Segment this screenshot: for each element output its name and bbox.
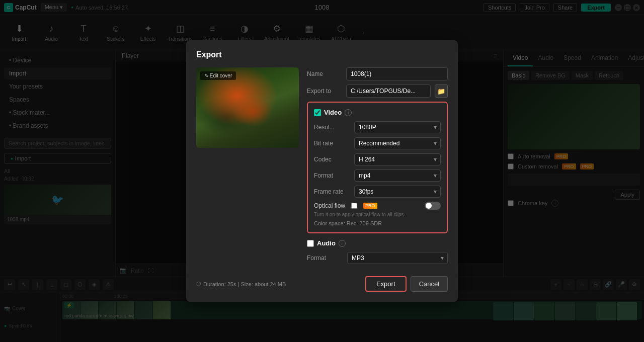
framerate-label: Frame rate xyxy=(314,188,354,195)
export-path-input[interactable] xyxy=(346,84,431,98)
audio-format-select[interactable]: MP3 AAC xyxy=(347,252,448,264)
audio-section-header: Audio i xyxy=(307,239,448,247)
codec-row: Codec H.264 H.265 xyxy=(314,153,441,165)
resolution-select[interactable]: 1080P 720P 4K xyxy=(354,121,441,133)
toggle-knob xyxy=(426,203,432,209)
codec-select-wrapper: H.264 H.265 xyxy=(354,153,441,165)
color-space-label: Color space: Rec. 709 SDR xyxy=(314,220,441,226)
framerate-row: Frame rate 30fps 24fps 60fps xyxy=(314,186,441,198)
video-enabled-checkbox[interactable] xyxy=(314,109,321,116)
video-info-icon[interactable]: i xyxy=(345,109,352,116)
export-to-label: Export to xyxy=(307,88,342,95)
audio-format-row: Format MP3 AAC xyxy=(307,252,448,264)
audio-info-icon[interactable]: i xyxy=(339,240,346,247)
audio-section: Audio i Format MP3 AAC xyxy=(307,239,448,264)
edit-cover-button[interactable]: ✎ Edit cover xyxy=(200,71,236,80)
audio-enabled-checkbox[interactable] xyxy=(307,240,314,247)
modal-footer: ⬡ Duration: 25s | Size: about 24 MB Expo… xyxy=(196,276,448,292)
resolution-label: Resol... xyxy=(314,124,354,131)
format-select-wrapper: mp4 mov avi xyxy=(354,169,441,182)
folder-button[interactable]: 📁 xyxy=(435,84,448,98)
optical-pro-checkbox[interactable] xyxy=(351,203,357,209)
duration-icon: ⬡ xyxy=(196,281,201,287)
modal-overlay: Export ✎ Edit cover Name Export to 📁 xyxy=(0,0,644,342)
modal-preview: ✎ Edit cover xyxy=(196,67,299,148)
codec-label: Codec xyxy=(314,156,354,163)
audio-format-label: Format xyxy=(307,254,347,262)
bitrate-label: Bit rate xyxy=(314,140,354,147)
export-to-row: Export to 📁 xyxy=(307,84,448,98)
audio-format-select-wrapper: MP3 AAC xyxy=(347,252,448,264)
resolution-select-wrapper: 1080P 720P 4K xyxy=(354,121,441,133)
name-label: Name xyxy=(307,70,342,77)
export-modal: Export ✎ Edit cover Name Export to 📁 xyxy=(186,40,458,302)
bitrate-select[interactable]: Recommended Low High xyxy=(354,137,441,149)
video-section: Video i Resol... 1080P 720P 4K xyxy=(307,102,448,233)
format-label: Format xyxy=(314,172,354,179)
optical-flow-desc: Turn it on to apply optical flow to all … xyxy=(314,212,441,217)
duration-info: ⬡ Duration: 25s | Size: about 24 MB xyxy=(196,281,286,287)
format-row: Format mp4 mov avi xyxy=(314,169,441,182)
modal-body: ✎ Edit cover Name Export to 📁 Video xyxy=(196,67,448,268)
footer-buttons: Export Cancel xyxy=(365,276,448,292)
name-input[interactable] xyxy=(346,67,448,80)
name-row: Name xyxy=(307,67,448,80)
optical-flow-toggle[interactable] xyxy=(425,202,441,210)
codec-select[interactable]: H.264 H.265 xyxy=(354,153,441,165)
video-section-header: Video i xyxy=(314,109,441,116)
framerate-select[interactable]: 30fps 24fps 60fps xyxy=(354,186,441,198)
export-button[interactable]: Export xyxy=(365,276,407,292)
modal-title: Export xyxy=(196,50,448,59)
video-section-title: Video xyxy=(324,109,342,116)
audio-section-title: Audio xyxy=(317,239,336,247)
duration-text: Duration: 25s | Size: about 24 MB xyxy=(203,281,286,287)
optical-pro-badge: PRO xyxy=(363,203,377,209)
format-select[interactable]: mp4 mov avi xyxy=(354,169,441,182)
bitrate-row: Bit rate Recommended Low High xyxy=(314,137,441,149)
resolution-row: Resol... 1080P 720P 4K xyxy=(314,121,441,133)
bitrate-select-wrapper: Recommended Low High xyxy=(354,137,441,149)
modal-form-area: Name Export to 📁 Video i Reso xyxy=(307,67,448,268)
cancel-button[interactable]: Cancel xyxy=(411,276,448,292)
optical-flow-label: Optical flow xyxy=(314,202,345,209)
framerate-select-wrapper: 30fps 24fps 60fps xyxy=(354,186,441,198)
optical-flow-row: Optical flow PRO xyxy=(314,202,441,210)
